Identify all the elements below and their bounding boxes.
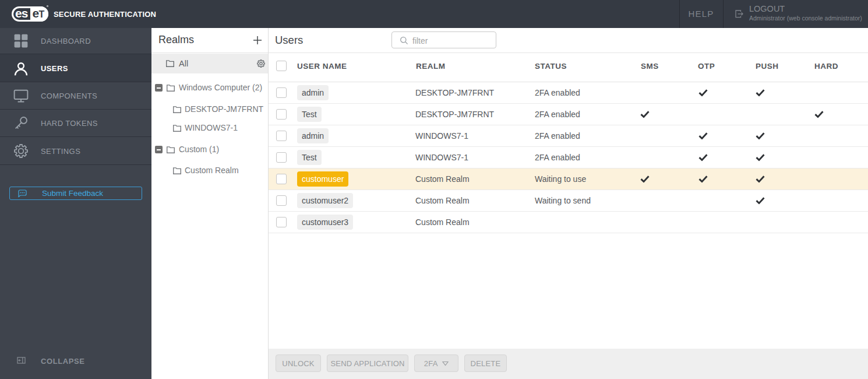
svg-text:T: T (39, 9, 45, 19)
svg-text:es: es (15, 6, 28, 20)
svg-text:e: e (33, 6, 39, 20)
